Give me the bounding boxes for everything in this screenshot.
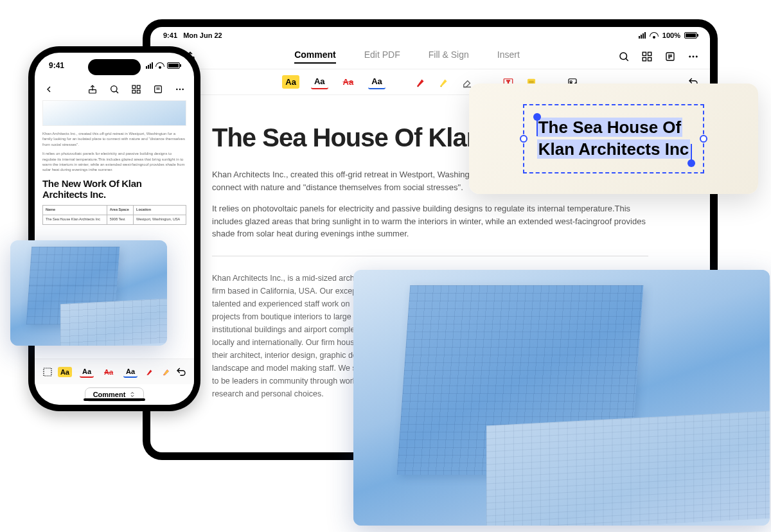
ipad-time: 9:41 [163,31,177,39]
ipad-date: Mon Jun 22 [183,31,222,39]
svg-point-13 [696,55,698,57]
tab-insert[interactable]: Insert [497,49,520,64]
back-button[interactable] [42,83,55,96]
signal-icon [146,62,153,69]
th-name: Name [43,206,107,215]
underline-tool[interactable]: Aa [80,366,94,378]
battery-percent: 100% [662,31,680,39]
eraser-tool[interactable] [461,76,473,88]
share-button[interactable] [86,83,99,96]
iphone-frame: 9:41 Khan Architects Inc., created this … [28,46,200,411]
svg-point-23 [111,86,117,92]
td-area: 5908 Test [107,215,133,224]
iphone-screen: 9:41 Khan Architects Inc., created this … [35,53,194,405]
selection-box[interactable]: The Sea House Of Klan Architects Inc [523,104,705,173]
sidebar-button[interactable] [152,83,164,96]
squiggly-tool[interactable]: Aa [368,75,386,89]
selection-handle-right[interactable] [700,135,707,143]
divider [212,256,648,256]
sidebar-button[interactable] [664,50,677,63]
strikethrough-tool[interactable]: Aa [102,367,116,377]
svg-point-32 [176,89,177,90]
building-image-large [353,270,770,526]
td-location: Westport, Washington, USA [134,215,186,224]
svg-point-33 [179,89,181,90]
svg-point-34 [182,89,183,90]
phone-paragraph-1: Khan Architects Inc., created this off-g… [42,131,186,147]
underline-tool[interactable]: Aa [311,75,328,89]
signal-icon [639,32,646,39]
svg-rect-28 [137,90,140,93]
building-image-small [10,240,167,346]
marker-yellow-tool[interactable] [162,368,171,377]
grid-button[interactable] [641,50,653,63]
ipad-top-toolbar: Comment Edit PDF Fill & Sign Insert [150,44,710,69]
mode-label: Comment [93,391,126,398]
battery-icon [684,32,697,39]
more-button[interactable] [173,83,186,96]
phone-table: Name Area Space Location The Sea House K… [42,205,186,224]
iphone-annotation-toolbar: Aa Aa Aa Aa [35,359,194,384]
battery-icon [167,62,180,69]
chevron-updown-icon [129,391,136,398]
svg-rect-25 [132,85,136,89]
selection-callout: The Sea House Of Klan Architects Inc [469,84,758,194]
svg-rect-27 [132,90,136,93]
iphone-notch [88,59,141,75]
svg-rect-4 [648,52,651,55]
svg-point-12 [693,55,695,57]
iphone-mode-bar: Comment [35,384,194,405]
ipad-status-bar: 9:41 Mon Jun 22 100% [150,27,710,44]
phone-heading: The New Work Of Klan Architects Inc. [42,178,186,200]
marker-red-tool[interactable] [145,368,154,377]
marker-red-tool[interactable] [415,76,427,88]
th-location: Location [134,206,186,215]
marker-yellow-tool[interactable] [438,76,450,88]
wifi-icon [155,62,164,69]
iphone-time: 9:41 [49,61,64,70]
td-name: The Sea House Klan Architects Inc [43,215,107,224]
selection-tool[interactable] [41,366,54,378]
svg-rect-35 [44,368,51,376]
svg-rect-3 [642,52,646,55]
home-indicator[interactable] [84,398,145,401]
svg-line-24 [116,91,118,93]
svg-rect-6 [648,57,651,60]
tab-fill-sign[interactable]: Fill & Sign [429,49,469,64]
svg-rect-5 [642,57,646,60]
selected-text-line2: Klan Architects Inc [537,139,691,159]
search-button[interactable] [617,50,630,63]
tab-comment[interactable]: Comment [294,49,336,64]
selection-handle-left[interactable] [520,135,527,143]
svg-rect-26 [137,85,140,89]
hero-image [42,100,186,126]
svg-point-1 [620,53,627,60]
iphone-nav-bar [35,78,194,100]
svg-point-11 [689,55,691,57]
highlight-tool[interactable]: Aa [282,75,299,89]
grid-button[interactable] [130,83,143,96]
document-paragraph-2: It relies on photovoltaic panels for ele… [212,202,648,240]
tab-edit-pdf[interactable]: Edit PDF [364,49,400,64]
squiggly-tool[interactable]: Aa [123,366,137,378]
selection-handle-end[interactable] [687,159,695,167]
svg-line-2 [626,58,628,61]
strikethrough-tool[interactable]: Aa [340,75,357,89]
th-area: Area Space [107,206,133,215]
undo-button[interactable] [175,366,188,378]
highlight-tool[interactable]: Aa [58,367,72,377]
selected-text-line1: The Sea House Of [537,118,683,137]
phone-paragraph-2: It relies on photovoltaic panels for ele… [42,151,186,173]
more-button[interactable] [687,50,700,63]
selection-caret-start [536,117,538,136]
search-button[interactable] [108,83,121,96]
wifi-icon [650,32,659,39]
